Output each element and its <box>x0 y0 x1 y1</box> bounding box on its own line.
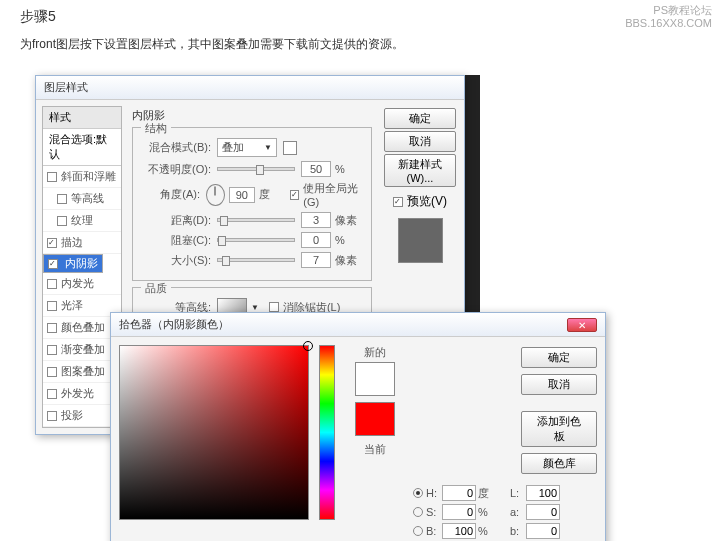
dialog-titlebar[interactable]: 图层样式 <box>36 76 464 100</box>
style-item-checkbox[interactable] <box>47 323 57 333</box>
style-item-label: 纹理 <box>71 213 93 228</box>
structure-label: 结构 <box>141 121 171 136</box>
hue-slider[interactable] <box>319 345 335 520</box>
opacity-slider[interactable] <box>217 167 295 171</box>
dialog-title-text: 图层样式 <box>44 80 88 95</box>
step-heading: 步骤5 <box>0 0 720 30</box>
s-radio[interactable] <box>413 507 423 517</box>
style-item-内阴影[interactable]: 内阴影 <box>43 254 103 273</box>
distance-input[interactable]: 3 <box>301 212 331 228</box>
shadow-color-swatch[interactable] <box>283 141 297 155</box>
style-item-label: 光泽 <box>61 298 83 313</box>
s-input[interactable] <box>442 504 476 520</box>
style-item-纹理[interactable]: 纹理 <box>43 210 121 232</box>
blend-options-item[interactable]: 混合选项:默认 <box>43 129 121 166</box>
dropdown-arrow-icon: ▼ <box>264 143 272 152</box>
color-field[interactable] <box>119 345 309 520</box>
style-item-label: 等高线 <box>71 191 104 206</box>
size-input[interactable]: 7 <box>301 252 331 268</box>
style-item-checkbox[interactable] <box>47 345 57 355</box>
color-cursor-icon <box>303 341 313 351</box>
style-item-checkbox[interactable] <box>47 389 57 399</box>
style-item-斜面和浮雕[interactable]: 斜面和浮雕 <box>43 166 121 188</box>
color-dialog-titlebar[interactable]: 拾色器（内阴影颜色） ✕ <box>111 313 605 337</box>
size-unit: 像素 <box>335 253 363 268</box>
angle-unit: 度 <box>259 187 283 202</box>
style-item-内发光[interactable]: 内发光 <box>43 273 121 295</box>
new-color-swatch <box>355 362 395 396</box>
blend-mode-label: 混合模式(B): <box>141 140 211 155</box>
color-dialog-title: 拾色器（内阴影颜色） <box>119 317 229 332</box>
style-item-label: 描边 <box>61 235 83 250</box>
color-picker-dialog: 拾色器（内阴影颜色） ✕ 新的 当前 确定 取消 添加到色板 颜色库 H:度 S… <box>110 312 606 541</box>
b-input[interactable] <box>442 523 476 539</box>
style-list-header[interactable]: 样式 <box>43 107 121 129</box>
cancel-button[interactable]: 取消 <box>384 131 456 152</box>
quality-label: 品质 <box>141 281 171 296</box>
style-item-checkbox[interactable] <box>57 194 67 204</box>
choke-label: 阻塞(C): <box>141 233 211 248</box>
size-slider[interactable] <box>217 258 295 262</box>
style-item-label: 渐变叠加 <box>61 342 105 357</box>
opacity-unit: % <box>335 163 363 175</box>
distance-slider[interactable] <box>217 218 295 222</box>
choke-slider[interactable] <box>217 238 295 242</box>
distance-unit: 像素 <box>335 213 363 228</box>
preview-swatch <box>398 218 443 263</box>
lab-b-input[interactable] <box>526 523 560 539</box>
style-item-checkbox[interactable] <box>47 172 57 182</box>
dropdown-arrow-icon[interactable]: ▼ <box>251 303 259 312</box>
structure-fieldset: 结构 混合模式(B): 叠加▼ 不透明度(O): 50 % 角度(A): 90 … <box>132 127 372 281</box>
color-cancel-button[interactable]: 取消 <box>521 374 597 395</box>
angle-dial[interactable] <box>206 184 225 206</box>
watermark-l1: PS教程论坛 <box>625 4 712 17</box>
watermark-l2: BBS.16XX8.COM <box>625 17 712 30</box>
opacity-input[interactable]: 50 <box>301 161 331 177</box>
angle-label: 角度(A): <box>141 187 200 202</box>
style-item-描边[interactable]: 描边 <box>43 232 121 254</box>
watermark: PS教程论坛 BBS.16XX8.COM <box>625 4 712 30</box>
style-item-checkbox[interactable] <box>57 216 67 226</box>
style-item-label: 内发光 <box>61 276 94 291</box>
opacity-label: 不透明度(O): <box>141 162 211 177</box>
b-radio[interactable] <box>413 526 423 536</box>
style-item-checkbox[interactable] <box>48 259 58 269</box>
a-input[interactable] <box>526 504 560 520</box>
antialias-checkbox[interactable] <box>269 302 279 312</box>
new-color-label: 新的 <box>345 345 405 360</box>
choke-unit: % <box>335 234 363 246</box>
style-item-checkbox[interactable] <box>47 238 57 248</box>
style-item-label: 颜色叠加 <box>61 320 105 335</box>
style-item-checkbox[interactable] <box>47 367 57 377</box>
global-light-label: 使用全局光(G) <box>303 181 363 208</box>
color-ok-button[interactable]: 确定 <box>521 347 597 368</box>
style-item-checkbox[interactable] <box>47 301 57 311</box>
new-style-button[interactable]: 新建样式(W)... <box>384 154 456 187</box>
close-icon[interactable]: ✕ <box>567 318 597 332</box>
angle-input[interactable]: 90 <box>229 187 255 203</box>
blend-mode-select[interactable]: 叠加▼ <box>217 138 277 157</box>
style-item-label: 内阴影 <box>65 256 98 271</box>
style-item-checkbox[interactable] <box>47 411 57 421</box>
ok-button[interactable]: 确定 <box>384 108 456 129</box>
preview-label: 预览(V) <box>407 193 447 210</box>
current-color-swatch[interactable] <box>355 402 395 436</box>
l-input[interactable] <box>526 485 560 501</box>
global-light-checkbox[interactable] <box>290 190 299 200</box>
style-item-checkbox[interactable] <box>47 279 57 289</box>
choke-input[interactable]: 0 <box>301 232 331 248</box>
style-item-label: 外发光 <box>61 386 94 401</box>
current-color-label: 当前 <box>345 442 405 457</box>
h-input[interactable] <box>442 485 476 501</box>
size-label: 大小(S): <box>141 253 211 268</box>
style-item-label: 斜面和浮雕 <box>61 169 116 184</box>
h-radio[interactable] <box>413 488 423 498</box>
style-item-label: 投影 <box>61 408 83 423</box>
style-item-label: 图案叠加 <box>61 364 105 379</box>
style-item-等高线[interactable]: 等高线 <box>43 188 121 210</box>
distance-label: 距离(D): <box>141 213 211 228</box>
color-lib-button[interactable]: 颜色库 <box>521 453 597 474</box>
add-swatch-button[interactable]: 添加到色板 <box>521 411 597 447</box>
step-desc: 为front图层按下设置图层样式，其中图案叠加需要下载前文提供的资源。 <box>0 30 720 65</box>
preview-checkbox[interactable] <box>393 197 403 207</box>
